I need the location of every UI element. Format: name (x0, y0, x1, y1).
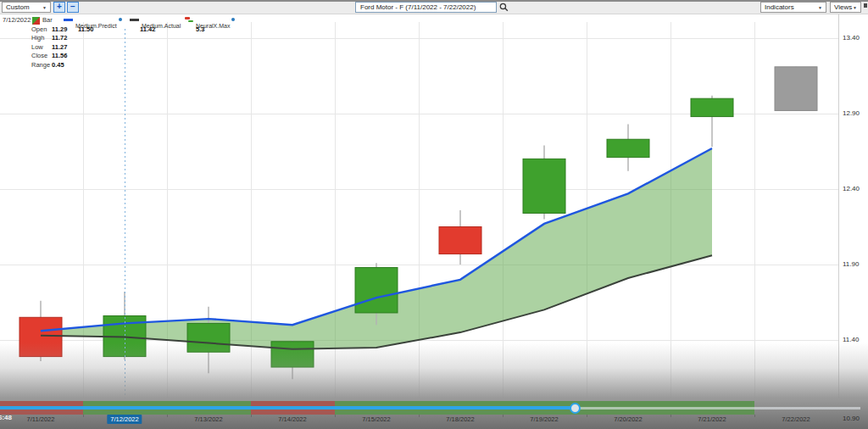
slider-handle[interactable] (570, 403, 581, 414)
time-slider-bar: 7/11/20227/12/20227/13/20227/14/20227/15… (0, 398, 868, 429)
date-tick (83, 415, 84, 417)
date-label: 7/13/2022 (194, 415, 222, 423)
candle-body (355, 268, 398, 313)
views-dropdown[interactable]: Views (830, 2, 861, 13)
candle-body (607, 139, 649, 157)
date-label: 7/15/2022 (362, 415, 390, 423)
date-tick (419, 415, 420, 417)
indicators-label: Indicators (765, 3, 794, 11)
date-tick (503, 415, 504, 417)
candle-7/19/2022[interactable] (523, 145, 565, 219)
dropdown-arrow-icon (818, 3, 822, 11)
zoom-out-button[interactable]: − (67, 2, 79, 13)
date-label: 7/19/2022 (530, 415, 558, 423)
candle-body (775, 67, 817, 111)
date-label: 7/18/2022 (446, 415, 474, 423)
date-label: 7/21/2022 (698, 415, 726, 423)
candle-body (271, 342, 314, 367)
date-axis: 7/11/20227/12/20227/13/20227/14/20227/15… (0, 415, 868, 426)
toolbar: Custom + − Indicators Views (0, 0, 868, 14)
pin-icon[interactable] (864, 3, 867, 8)
candle-body (187, 323, 230, 352)
info-dot-icon[interactable] (119, 18, 122, 21)
search-icon[interactable] (499, 3, 509, 12)
candle-7/21/2022[interactable] (691, 96, 733, 148)
date-tick (167, 415, 168, 417)
views-label: Views (834, 3, 852, 11)
candle-7/20/2022[interactable] (607, 124, 649, 170)
date-label: 7/11/2022 (27, 415, 55, 423)
charting-app-window: Custom + − Indicators Views 13.4012.9012… (0, 0, 868, 429)
date-tick (587, 415, 587, 417)
candle-7/13/2022[interactable] (187, 307, 230, 373)
date-tick (670, 415, 671, 417)
window-top-edge (0, 0, 868, 2)
dropdown-arrow-icon (853, 3, 857, 11)
chart-plot[interactable] (0, 0, 868, 400)
candle-7/14/2022[interactable] (271, 340, 314, 379)
candle-7/22/2022[interactable] (775, 67, 817, 111)
date-tick (335, 415, 336, 417)
date-tick (754, 415, 755, 417)
candle-body (523, 159, 565, 213)
video-timestamp: 6:48 (0, 414, 12, 421)
date-label-selected: 7/12/2022 (107, 415, 142, 424)
date-label: 7/20/2022 (614, 415, 642, 423)
candle-body (439, 227, 481, 254)
candle-body (691, 98, 733, 116)
range-preset-value: Custom (6, 3, 30, 11)
zoom-in-button[interactable]: + (53, 2, 65, 13)
candle-body (19, 317, 62, 356)
date-label: 7/22/2022 (782, 415, 810, 423)
date-label: 7/14/2022 (278, 415, 306, 423)
slider-progress (0, 406, 571, 410)
dropdown-arrow-icon (42, 3, 47, 11)
date-tick (251, 415, 252, 417)
symbol-search-input[interactable] (355, 2, 497, 13)
indicators-dropdown[interactable]: Indicators (760, 2, 826, 13)
candle-7/18/2022[interactable] (439, 210, 481, 265)
range-preset-select[interactable]: Custom (2, 2, 51, 13)
